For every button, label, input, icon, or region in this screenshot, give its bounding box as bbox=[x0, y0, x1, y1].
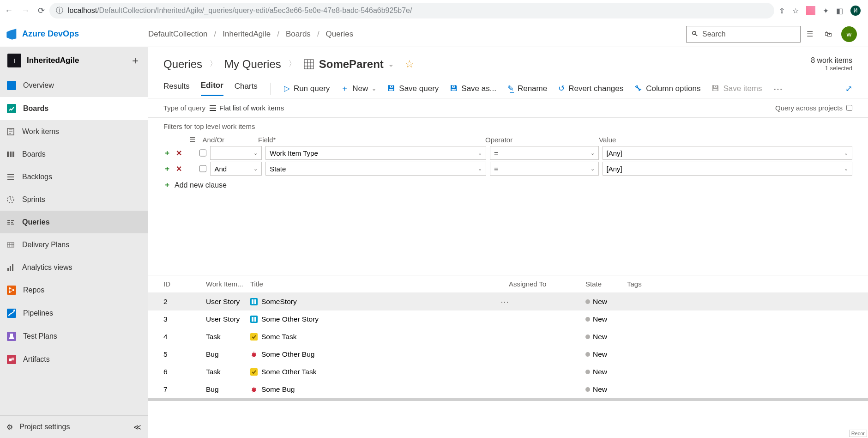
sidebar-item-repos[interactable]: Repos bbox=[0, 279, 148, 302]
crumb-queries[interactable]: Queries bbox=[326, 30, 354, 39]
browser-avatar[interactable]: И bbox=[850, 6, 861, 16]
project-row[interactable]: I InheritedAgile ＋ bbox=[0, 47, 148, 74]
andor-select[interactable]: And⌄ bbox=[210, 162, 262, 176]
svg-rect-13 bbox=[12, 264, 13, 271]
plus-icon[interactable]: ＋ bbox=[130, 54, 140, 67]
value-select[interactable]: [Any]⌄ bbox=[603, 146, 852, 160]
delete-clause-icon[interactable]: ✕ bbox=[175, 164, 183, 173]
page-title[interactable]: SomeParent ⌄ bbox=[303, 58, 394, 71]
clause-checkbox[interactable] bbox=[199, 165, 206, 172]
user-avatar[interactable]: w bbox=[841, 26, 857, 42]
save-as-button[interactable]: 💾︎Save as... bbox=[450, 84, 496, 93]
query-type-select[interactable]: Flat list of work items bbox=[209, 104, 284, 112]
sidebar-item-boardsb[interactable]: Boards bbox=[0, 143, 148, 165]
operator-select[interactable]: =⌄ bbox=[490, 146, 599, 160]
field-select[interactable]: Work Item Type⌄ bbox=[265, 146, 486, 160]
clause-checkbox[interactable] bbox=[199, 149, 206, 157]
url-bar[interactable]: ⓘ localhost/DefaultCollection/InheritedA… bbox=[49, 3, 774, 18]
list-icon[interactable]: ☰ bbox=[801, 25, 819, 43]
add-clause-button[interactable]: ＋ Add new clause bbox=[163, 180, 852, 190]
col-tags[interactable]: Tags bbox=[627, 280, 664, 288]
back-icon[interactable]: ← bbox=[5, 6, 13, 16]
tab-editor[interactable]: Editor bbox=[201, 81, 223, 96]
fullscreen-icon[interactable]: ⤢ bbox=[845, 84, 852, 94]
add-clause-icon[interactable]: ＋ bbox=[163, 149, 171, 157]
share-icon[interactable]: ⇪ bbox=[779, 6, 785, 15]
header-andor: And/Or bbox=[203, 136, 254, 144]
svg-rect-35 bbox=[250, 316, 258, 323]
col-assigned[interactable]: Assigned To bbox=[509, 280, 585, 288]
sidebar-item-overview[interactable]: Overview bbox=[0, 74, 148, 97]
operator-select[interactable]: =⌄ bbox=[490, 162, 599, 176]
sidebar-item-sprints[interactable]: Sprints bbox=[0, 188, 148, 211]
svg-rect-38 bbox=[250, 333, 258, 341]
sidebar-item-artifacts[interactable]: Artifacts bbox=[0, 348, 148, 371]
col-id[interactable]: ID bbox=[163, 280, 206, 288]
more-icon[interactable]: ⋯ bbox=[773, 83, 783, 94]
sidebar-item-boards[interactable]: Boards bbox=[0, 97, 148, 120]
azure-logo[interactable]: Azure DevOps bbox=[6, 28, 79, 41]
svg-rect-36 bbox=[252, 317, 253, 322]
table-row[interactable]: 2 User Story SomeStory ⋯ New bbox=[148, 293, 868, 310]
crumb-collection[interactable]: DefaultCollection bbox=[148, 30, 208, 39]
value-select[interactable]: [Any]⌄ bbox=[603, 162, 852, 176]
state-dot-icon bbox=[585, 335, 590, 339]
table-row[interactable]: 4 Task Some Task New bbox=[148, 328, 868, 346]
workitems-icon bbox=[6, 128, 18, 136]
forward-icon[interactable]: → bbox=[21, 6, 30, 16]
field-select[interactable]: State⌄ bbox=[265, 162, 486, 176]
sidebar-item-pipelines[interactable]: Pipelines bbox=[0, 302, 148, 325]
query-across-checkbox[interactable] bbox=[846, 105, 852, 111]
sidebar-item-analytics[interactable]: Analytics views bbox=[0, 256, 148, 279]
add-clause-icon[interactable]: ＋ bbox=[163, 164, 171, 173]
run-query-button[interactable]: ▷Run query bbox=[284, 84, 330, 93]
table-row[interactable]: 7 Bug Some Bug New bbox=[148, 381, 868, 398]
chevron-down-icon[interactable]: ⌄ bbox=[388, 61, 394, 68]
favorite-icon[interactable]: ☆ bbox=[405, 58, 414, 70]
sidebar-item-delivery[interactable]: Delivery Plans bbox=[0, 233, 148, 256]
crumb-project[interactable]: InheritedAgile bbox=[223, 30, 271, 39]
table-row[interactable]: 3 User Story Some Other Story New bbox=[148, 310, 868, 328]
star-icon[interactable]: ☆ bbox=[792, 6, 799, 15]
bag-icon[interactable]: 🛍︎ bbox=[819, 25, 838, 43]
sidebar-item-workitems[interactable]: Work items bbox=[0, 120, 148, 143]
page-crumb-myqueries[interactable]: My Queries bbox=[224, 58, 281, 71]
chevron-right-icon: 〉 bbox=[289, 59, 296, 69]
table-row[interactable]: 6 Task Some Other Task New bbox=[148, 363, 868, 381]
flat-list-icon bbox=[209, 104, 217, 112]
extensions-icon[interactable]: ✦ bbox=[823, 6, 829, 15]
group-icon[interactable]: ☰ bbox=[189, 135, 199, 144]
query-across-label: Query across projects bbox=[775, 104, 843, 112]
testplans-icon bbox=[6, 332, 17, 341]
project-settings[interactable]: ⚙ Project settings ≪ bbox=[0, 416, 148, 438]
andor-select[interactable]: ⌄ bbox=[210, 146, 262, 160]
sidebar-item-testplans[interactable]: Test Plans bbox=[0, 325, 148, 348]
extension-icon[interactable] bbox=[806, 6, 815, 15]
table-row[interactable]: 5 Bug Some Other Bug New bbox=[148, 346, 868, 363]
tab-charts[interactable]: Charts bbox=[235, 82, 258, 96]
new-button[interactable]: ＋New ⌄ bbox=[341, 83, 376, 94]
delete-clause-icon[interactable]: ✕ bbox=[175, 149, 183, 157]
reload-icon[interactable]: ⟳ bbox=[38, 6, 45, 16]
sidebar-item-queries[interactable]: Queries bbox=[0, 211, 148, 233]
tab-results[interactable]: Results bbox=[163, 82, 190, 96]
col-state[interactable]: State bbox=[585, 280, 627, 288]
row-more-icon[interactable]: ⋯ bbox=[500, 297, 509, 307]
column-options-button[interactable]: 🔧︎Column options bbox=[634, 84, 700, 93]
col-title[interactable]: Title bbox=[250, 280, 509, 288]
crumb-boards[interactable]: Boards bbox=[286, 30, 311, 39]
collapse-icon[interactable]: ≪ bbox=[133, 423, 141, 432]
sidebar-item-backlogs[interactable]: Backlogs bbox=[0, 165, 148, 188]
rename-button[interactable]: ✎̲Rename bbox=[507, 84, 547, 93]
undo-icon: ↺ bbox=[558, 84, 565, 93]
window-icon[interactable]: ◧ bbox=[836, 6, 843, 15]
search-input[interactable]: 🔍︎ Search bbox=[686, 26, 801, 43]
svg-rect-1 bbox=[7, 104, 16, 113]
info-icon[interactable]: ⓘ bbox=[56, 6, 63, 16]
filters-title: Filters for top level work items bbox=[163, 122, 852, 130]
save-query-button[interactable]: 💾︎Save query bbox=[387, 84, 439, 93]
col-wit[interactable]: Work Item... bbox=[206, 280, 250, 288]
revert-button[interactable]: ↺Revert changes bbox=[558, 84, 623, 93]
page-crumb-queries[interactable]: Queries bbox=[163, 58, 202, 71]
svg-rect-8 bbox=[7, 179, 14, 180]
